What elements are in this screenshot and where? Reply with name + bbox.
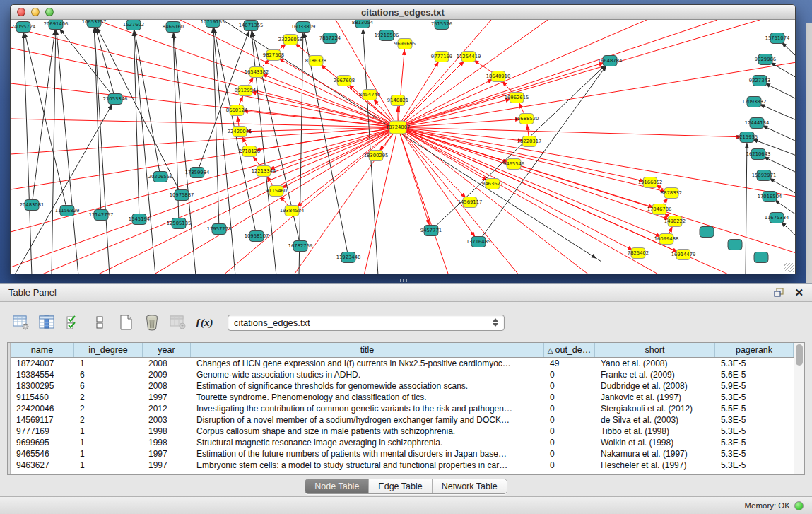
column-visibility-icon[interactable] (37, 313, 57, 332)
table-cell[interactable]: Hescheler et al. (1997) (595, 460, 715, 471)
graph-node[interactable]: 9465546 (503, 159, 524, 170)
table-cell[interactable]: 2008 (143, 358, 191, 369)
graph-node[interactable]: 9699695 (394, 39, 416, 49)
column-header-title[interactable]: title (191, 343, 544, 357)
table-cell[interactable]: Estimation of significance thresholds fo… (191, 380, 544, 392)
table-cell[interactable]: Stergiakouli et al. (2012) (595, 403, 715, 414)
zoom-window-button[interactable] (45, 8, 54, 16)
table-row[interactable]: 946362711997Embryonic stem cells: a mode… (11, 460, 794, 471)
table-cell[interactable]: 0 (544, 437, 595, 448)
table-cell[interactable]: Yano et al. (2008) (595, 358, 715, 369)
graph-node[interactable]: 14671355 (239, 21, 264, 31)
delete-table-icon[interactable] (142, 313, 162, 332)
column-header-in_degree[interactable]: in_degree (74, 343, 143, 357)
network-view-canvas[interactable]: 1872400723226058982750816543382891295486… (11, 20, 795, 274)
table-cell[interactable]: 49 (544, 358, 595, 369)
table-cell[interactable]: 5.3E-5 (715, 437, 794, 448)
table-cell[interactable]: Jankovic et al. (1997) (595, 392, 715, 403)
split-divider-handle[interactable] (400, 279, 407, 282)
table-cell[interactable]: Franke et al. (2009) (595, 369, 715, 380)
table-cell[interactable]: Tibbo et al. (1998) (595, 426, 715, 437)
graph-node[interactable]: 15688520 (514, 114, 539, 124)
table-cell[interactable]: 1997 (143, 448, 191, 460)
graph-node[interactable]: 12142757 (89, 210, 114, 221)
table-cell[interactable]: 18300295 (11, 380, 74, 392)
network-canvas[interactable]: 1872400723226058982750816543382891295486… (11, 20, 795, 274)
table-cell[interactable]: Disruption of a novel member of a sodium… (191, 414, 544, 426)
table-cell[interactable]: Estimation of the future numbers of pati… (191, 448, 544, 460)
table-cell[interactable]: Tourette syndrome. Phenomenology and cla… (191, 392, 544, 403)
table-cell[interactable]: 6 (74, 369, 143, 380)
graph-node[interactable]: 9777169 (431, 52, 452, 62)
table-row[interactable]: 1456911722003Disruption of a novel membe… (11, 414, 794, 426)
float-panel-icon[interactable] (774, 288, 784, 297)
table-cell[interactable]: 5.6E-5 (715, 369, 794, 380)
table-cell[interactable]: 9699695 (11, 437, 74, 448)
graph-node[interactable]: 23226058 (278, 35, 303, 45)
tab-edge-table[interactable]: Edge Table (369, 479, 432, 493)
graph-node[interactable]: 24055724 (11, 22, 36, 33)
graph-node[interactable]: 9215935 (736, 132, 758, 143)
graph-node[interactable]: 14569117 (458, 197, 483, 208)
graph-node[interactable] (700, 227, 714, 238)
minimize-window-button[interactable] (31, 8, 40, 16)
table-cell[interactable]: 0 (544, 426, 595, 437)
column-header-short[interactable]: short (595, 343, 715, 357)
graph-node[interactable]: 17016504 (758, 192, 782, 202)
vertical-scrollbar[interactable] (794, 343, 804, 474)
row-selection-icon[interactable] (64, 313, 83, 332)
close-panel-icon[interactable]: ✕ (794, 287, 804, 298)
graph-node[interactable]: 16782759 (288, 241, 313, 252)
graph-node[interactable]: 11675334 (765, 213, 789, 223)
table-cell[interactable]: 14569117 (11, 414, 74, 426)
table-cell[interactable]: 1997 (143, 460, 191, 471)
table-row[interactable]: 946554611997Estimation of the future num… (11, 448, 794, 460)
table-row[interactable]: 1938455462009Genome-wide association stu… (11, 369, 794, 380)
table-cell[interactable]: 9115460 (11, 392, 74, 403)
table-cell[interactable]: Embryonic stem cells: a model to study s… (191, 460, 544, 471)
column-header-year[interactable]: year (143, 343, 191, 357)
table-cell[interactable]: 9777169 (11, 426, 74, 437)
table-cell[interactable]: 2 (74, 403, 143, 414)
graph-node[interactable]: 9457771 (420, 226, 442, 236)
table-cell[interactable]: 0 (544, 392, 595, 403)
graph-node[interactable]: 1545194 (129, 214, 150, 225)
graph-node[interactable]: 1498222 (664, 216, 686, 227)
close-window-button[interactable] (17, 8, 25, 16)
table-cell[interactable]: 5.3E-5 (715, 414, 794, 426)
table-selector[interactable]: citations_edges.txt (228, 315, 505, 331)
tab-network-table[interactable]: Network Table (433, 479, 507, 493)
table-cell[interactable]: 6 (74, 380, 143, 392)
graph-node[interactable]: 16033809 (291, 22, 316, 33)
column-header-out_de[interactable]: △out_de… (544, 343, 595, 357)
graph-node[interactable] (754, 252, 768, 263)
table-options-icon[interactable] (11, 313, 31, 332)
graph-node[interactable]: 20206556 (148, 172, 173, 182)
table-row[interactable]: 911546021997Tourette syndrome. Phenomeno… (11, 392, 794, 403)
scrollbar-thumb[interactable] (796, 344, 803, 366)
graph-node[interactable]: 11254419 (457, 52, 481, 62)
graph-node[interactable]: 19218506 (375, 30, 399, 41)
table-cell[interactable]: 1 (74, 460, 143, 471)
table-cell[interactable]: 5.3E-5 (715, 426, 794, 437)
table-cell[interactable]: 0 (544, 414, 595, 426)
graph-node[interactable]: 2718126 (239, 146, 260, 157)
table-cell[interactable]: 1 (74, 358, 143, 369)
graph-node[interactable]: 11923448 (336, 252, 361, 263)
table-cell[interactable]: 1998 (143, 426, 191, 437)
table-cell[interactable]: 19384554 (11, 369, 74, 380)
table-cell[interactable]: 1 (74, 437, 143, 448)
table-cell[interactable]: 1 (74, 426, 143, 437)
tab-node-table[interactable]: Node Table (305, 479, 369, 493)
table-cell[interactable]: 0 (544, 448, 595, 460)
graph-node[interactable]: 12505135 (167, 218, 192, 229)
column-header-pagerank[interactable]: pagerank (715, 343, 794, 357)
table-cell[interactable]: 22420046 (11, 403, 74, 414)
graph-node[interactable]: 7857224 (319, 33, 341, 44)
table-cell[interactable]: 2012 (143, 403, 191, 414)
graph-node[interactable]: 18300295 (364, 151, 389, 161)
graph-node[interactable] (728, 240, 742, 250)
graph-node[interactable]: 10719155 (201, 20, 225, 28)
graph-node[interactable]: 9329966 (755, 54, 776, 65)
graph-node[interactable]: 17359934 (185, 168, 210, 178)
